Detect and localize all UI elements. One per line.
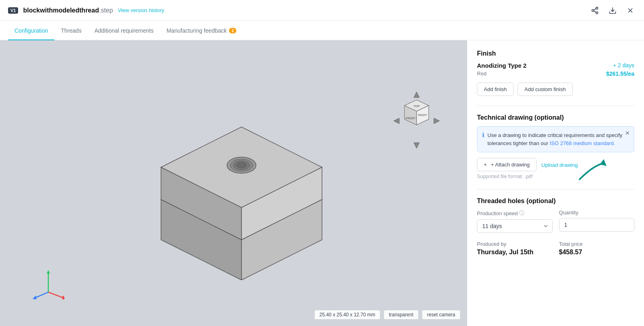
svg-text:TOP: TOP xyxy=(413,104,420,108)
3d-viewer[interactable]: TOP FRONT RIGHT 25.40 x 25 xyxy=(0,40,467,326)
total-price-field: Total price $458.57 xyxy=(559,241,635,256)
svg-line-30 xyxy=(48,292,64,298)
finish-buttons: Add finish Add custom finish xyxy=(477,83,634,96)
teal-arrow-icon xyxy=(578,157,610,181)
nav-cube[interactable]: TOP FRONT RIGHT xyxy=(390,89,443,155)
production-speed-select[interactable]: 11 days xyxy=(477,219,553,233)
finish-section: Finish Anodizing Type 2 + 2 days Red $26… xyxy=(477,50,634,96)
svg-marker-18 xyxy=(414,92,419,98)
upload-drawing-button[interactable]: Upload drawing xyxy=(541,162,578,168)
dimensions-badge: 25.40 x 25.40 x 12.70 mm xyxy=(314,310,381,320)
3d-model xyxy=(129,87,338,280)
svg-point-17 xyxy=(236,162,247,168)
main-content: TOP FRONT RIGHT 25.40 x 25 xyxy=(0,40,644,326)
produced-by-field: Produced by Thursday, Jul 15th xyxy=(477,241,553,256)
svg-line-32 xyxy=(34,292,48,298)
finish-row-2: Red $261.55/ea xyxy=(477,71,634,77)
quantity-label: Quantity xyxy=(559,210,635,216)
attach-icon: + xyxy=(484,162,487,168)
threaded-holes-section: Threaded holes (optional) Production spe… xyxy=(477,197,634,256)
axis-indicator xyxy=(32,268,64,302)
svg-marker-21 xyxy=(434,118,440,124)
arrow-container: Upload drawing xyxy=(541,161,578,168)
production-grid: Production speed ⓘ 11 days Quantity xyxy=(477,210,634,233)
svg-line-4 xyxy=(594,8,596,10)
produced-by-value: Thursday, Jul 15th xyxy=(477,249,553,256)
quantity-input[interactable] xyxy=(559,218,635,232)
svg-point-2 xyxy=(596,12,598,14)
finish-days: + 2 days xyxy=(613,62,634,69)
produced-by-label: Produced by xyxy=(477,241,553,247)
tab-threads[interactable]: Threads xyxy=(54,21,88,40)
file-format-note: Supported file format: .pdf xyxy=(477,174,634,179)
add-custom-finish-button[interactable]: Add custom finish xyxy=(518,83,573,96)
finish-title: Finish xyxy=(477,50,634,57)
footer-grid: Produced by Thursday, Jul 15th Total pri… xyxy=(477,241,634,256)
info-circle-icon: ⓘ xyxy=(519,210,524,217)
info-close-icon[interactable]: ✕ xyxy=(625,130,630,136)
svg-text:RIGHT: RIGHT xyxy=(418,114,427,116)
transparent-button[interactable]: transparent xyxy=(384,310,419,320)
model-svg xyxy=(129,87,338,280)
app-header: V1 blockwithmodeledthread.step View vers… xyxy=(0,0,644,21)
finish-name: Anodizing Type 2 xyxy=(477,62,526,69)
finish-price: $261.55/ea xyxy=(606,71,634,77)
tab-configuration[interactable]: Configuration xyxy=(8,21,54,40)
info-box: ℹ Use a drawing to indicate critical req… xyxy=(477,126,634,152)
total-price-label: Total price xyxy=(559,241,635,247)
threaded-holes-title: Threaded holes (optional) xyxy=(477,197,634,205)
info-text: Use a drawing to indicate critical requi… xyxy=(487,131,629,147)
tab-manufacturing-feedback[interactable]: Manufacturing feedback 2 xyxy=(160,21,243,40)
reset-camera-button[interactable]: reset camera xyxy=(422,310,460,320)
right-panel: Finish Anodizing Type 2 + 2 days Red $26… xyxy=(467,40,644,326)
finish-color: Red xyxy=(477,71,487,77)
svg-line-3 xyxy=(594,11,596,12)
close-button[interactable] xyxy=(625,5,636,16)
tab-additional-requirements[interactable]: Additional requirements xyxy=(88,21,160,40)
svg-marker-33 xyxy=(33,295,37,299)
header-left: V1 blockwithmodeledthread.step View vers… xyxy=(8,7,164,14)
drawing-buttons: + + Attach drawing Upload drawing xyxy=(477,158,634,171)
svg-text:FRONT: FRONT xyxy=(406,117,416,120)
header-actions xyxy=(589,5,636,16)
production-speed-label: Production speed ⓘ xyxy=(477,210,553,217)
version-badge: V1 xyxy=(8,7,18,14)
file-name: blockwithmodeledthread.step xyxy=(23,7,113,14)
divider-2 xyxy=(477,189,634,189)
viewer-bottom-bar: 25.40 x 25.40 x 12.70 mm transparent res… xyxy=(314,310,460,320)
download-button[interactable] xyxy=(607,5,618,16)
iso-link[interactable]: ISO 2768 medium standard. xyxy=(550,140,615,146)
share-button[interactable] xyxy=(589,5,601,16)
svg-marker-20 xyxy=(394,118,399,124)
svg-marker-34 xyxy=(600,159,607,166)
info-icon: ℹ xyxy=(482,132,484,147)
technical-drawing-section: Technical drawing (optional) ℹ Use a dra… xyxy=(477,114,634,179)
quantity-field: Quantity xyxy=(559,210,635,233)
technical-drawing-title: Technical drawing (optional) xyxy=(477,114,634,121)
production-speed-field: Production speed ⓘ 11 days xyxy=(477,210,553,233)
add-finish-button[interactable]: Add finish xyxy=(477,83,514,96)
tab-bar: Configuration Threads Additional require… xyxy=(0,21,644,40)
svg-point-0 xyxy=(596,7,598,9)
finish-row-1: Anodizing Type 2 + 2 days xyxy=(477,62,634,69)
svg-marker-29 xyxy=(47,270,50,274)
version-history-link[interactable]: View version history xyxy=(118,7,164,13)
manufacturing-badge: 2 xyxy=(229,28,236,33)
attach-drawing-button[interactable]: + + Attach drawing xyxy=(477,158,537,171)
svg-point-1 xyxy=(592,9,594,11)
divider-1 xyxy=(477,106,634,106)
svg-marker-19 xyxy=(414,143,419,148)
total-price-value: $458.57 xyxy=(559,249,635,256)
